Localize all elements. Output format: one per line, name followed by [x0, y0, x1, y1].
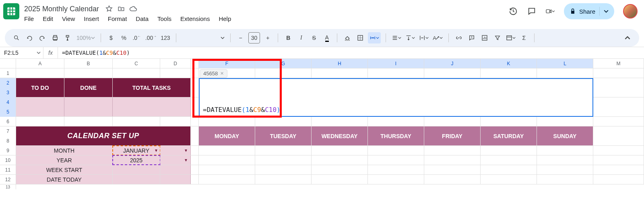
star-icon[interactable]: [105, 4, 114, 13]
row-header[interactable]: 7: [0, 126, 16, 136]
merge-cells-button[interactable]: [368, 32, 381, 43]
font-size-increase[interactable]: +: [262, 32, 273, 43]
zoom-select[interactable]: 100%: [76, 32, 96, 43]
menu-extensions[interactable]: Extensions: [180, 15, 210, 22]
col-header[interactable]: M: [593, 59, 644, 68]
menu-insert[interactable]: Insert: [84, 15, 99, 22]
redo-icon[interactable]: [37, 32, 47, 43]
toolbar: 100% $ % .0← .00→ 123 − 30 + B I S A A Σ: [5, 29, 639, 47]
cell[interactable]: [16, 97, 64, 116]
cell[interactable]: [160, 175, 191, 184]
row-header[interactable]: 5: [0, 107, 16, 117]
formula-input[interactable]: =DATEVALUE(1&C9&C10): [58, 50, 130, 56]
comments-icon[interactable]: [527, 6, 537, 16]
menu-format[interactable]: Format: [108, 15, 127, 22]
table-view-button[interactable]: [505, 32, 516, 43]
strikethrough-button[interactable]: S: [309, 32, 319, 43]
document-title[interactable]: 2025 Monthly Calendar: [24, 5, 99, 13]
fx-icon[interactable]: fx: [43, 47, 58, 58]
vertical-align-button[interactable]: [405, 32, 416, 43]
font-family-select[interactable]: [181, 32, 225, 43]
insert-comment-button[interactable]: [466, 32, 477, 43]
row-header[interactable]: 10: [0, 155, 16, 165]
search-menus-icon[interactable]: [11, 32, 22, 43]
menu-view[interactable]: View: [62, 15, 75, 22]
collapse-toolbar-icon[interactable]: [622, 32, 633, 43]
col-header[interactable]: A: [16, 59, 64, 68]
row-header[interactable]: 8: [0, 136, 16, 146]
setup-weekstart-value[interactable]: [113, 165, 160, 174]
cell[interactable]: [113, 97, 191, 116]
menu-edit[interactable]: Edit: [43, 15, 53, 22]
format-currency[interactable]: $: [106, 32, 116, 43]
col-header[interactable]: L: [537, 59, 593, 68]
col-header[interactable]: H: [312, 59, 368, 68]
row-header[interactable]: 1: [0, 68, 16, 78]
format-number-123[interactable]: 123: [160, 32, 171, 43]
horizontal-align-button[interactable]: [391, 32, 402, 43]
font-size-decrease[interactable]: −: [235, 32, 246, 43]
decrease-decimal[interactable]: .0←: [132, 32, 142, 43]
col-header[interactable]: K: [481, 59, 537, 68]
menu-file[interactable]: File: [24, 15, 34, 22]
move-folder-icon[interactable]: [117, 4, 126, 13]
menu-tools[interactable]: Tools: [157, 15, 171, 22]
col-header[interactable]: I: [368, 59, 424, 68]
account-avatar[interactable]: [623, 4, 638, 19]
setup-month-value[interactable]: JANUARY▼: [113, 146, 160, 155]
close-icon[interactable]: ✕: [220, 71, 224, 76]
row-header[interactable]: 12: [0, 175, 16, 184]
col-header[interactable]: J: [424, 59, 481, 68]
col-header[interactable]: F: [199, 59, 255, 68]
undo-icon[interactable]: [24, 32, 35, 43]
meet-icon[interactable]: [545, 6, 555, 16]
paint-format-icon[interactable]: [63, 32, 73, 43]
setup-weekstart-label: WEEK START: [16, 165, 113, 174]
menu-help[interactable]: Help: [219, 15, 231, 22]
borders-button[interactable]: [355, 32, 365, 43]
format-percent[interactable]: %: [119, 32, 129, 43]
cell[interactable]: [160, 165, 191, 174]
italic-button[interactable]: I: [296, 32, 306, 43]
col-header[interactable]: [191, 59, 199, 68]
text-color-button[interactable]: A: [322, 32, 332, 43]
insert-link-button[interactable]: [454, 32, 464, 43]
col-header[interactable]: D: [160, 59, 191, 68]
cell[interactable]: [64, 97, 113, 116]
row-header[interactable]: 9: [0, 146, 16, 155]
text-wrap-button[interactable]: [418, 32, 429, 43]
dropdown-toggle[interactable]: ▼: [160, 146, 191, 155]
cloud-status-icon[interactable]: [129, 4, 138, 13]
row-header[interactable]: 13: [0, 184, 16, 189]
tooltip-value: 45658: [203, 70, 218, 77]
row-header[interactable]: 4: [0, 97, 16, 107]
increase-decimal[interactable]: .00→: [144, 32, 157, 43]
name-box[interactable]: F2:L5: [0, 47, 43, 58]
cell-editor[interactable]: =DATEVALUE(1&C9&C10): [200, 79, 592, 116]
text-rotation-button[interactable]: A: [432, 32, 444, 43]
select-all-corner[interactable]: [0, 59, 16, 68]
font-size-input[interactable]: 30: [248, 32, 260, 43]
row-header[interactable]: 6: [0, 117, 16, 126]
setup-datetoday-value[interactable]: [113, 175, 160, 184]
menu-data[interactable]: Data: [136, 15, 149, 22]
fill-color-button[interactable]: [342, 32, 353, 43]
row-header[interactable]: 2: [0, 78, 16, 88]
functions-button[interactable]: Σ: [519, 32, 529, 43]
dropdown-icon[interactable]: ▼: [154, 148, 158, 153]
spreadsheet-grid[interactable]: A B C D F G H I J K L M 1 23 TO DO DONE …: [0, 59, 644, 189]
setup-year-value[interactable]: 2025: [113, 155, 160, 165]
share-button[interactable]: Share: [564, 3, 614, 19]
col-header[interactable]: C: [113, 59, 160, 68]
history-icon[interactable]: [508, 6, 518, 16]
row-header[interactable]: 3: [0, 88, 16, 97]
filter-button[interactable]: [492, 32, 503, 43]
bold-button[interactable]: B: [283, 32, 293, 43]
sheets-app-icon[interactable]: [3, 3, 19, 19]
col-header[interactable]: G: [255, 59, 312, 68]
dropdown-toggle[interactable]: ▼: [160, 155, 191, 165]
col-header[interactable]: B: [64, 59, 113, 68]
print-icon[interactable]: [50, 32, 60, 43]
insert-chart-button[interactable]: [479, 32, 490, 43]
row-header[interactable]: 11: [0, 165, 16, 174]
